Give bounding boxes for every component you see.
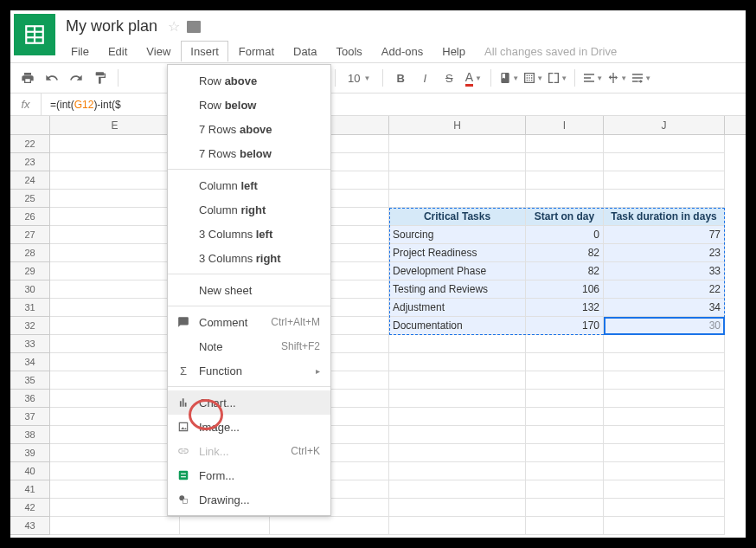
- cell[interactable]: 22: [604, 280, 725, 299]
- cell[interactable]: [50, 390, 180, 408]
- row-header[interactable]: 31: [10, 299, 50, 317]
- row-header[interactable]: 29: [10, 262, 50, 280]
- cell[interactable]: [604, 499, 725, 517]
- cell[interactable]: Sourcing: [389, 226, 526, 244]
- cell[interactable]: [50, 408, 180, 426]
- row-header[interactable]: 25: [10, 190, 50, 208]
- cell[interactable]: [389, 480, 526, 499]
- menu-cols-left[interactable]: 3 Columns left: [168, 222, 330, 246]
- row-header[interactable]: 40: [10, 462, 50, 480]
- cell[interactable]: [526, 480, 604, 499]
- cell[interactable]: [50, 426, 180, 444]
- menu-row-below[interactable]: Row below: [168, 93, 330, 117]
- cell[interactable]: [526, 517, 604, 535]
- row-header[interactable]: 35: [10, 371, 50, 390]
- cell[interactable]: [526, 135, 604, 153]
- cell[interactable]: 132: [526, 299, 604, 317]
- cell[interactable]: 106: [526, 280, 604, 299]
- cell[interactable]: Task duration in days: [604, 208, 725, 226]
- row-header[interactable]: 43: [10, 517, 50, 535]
- document-title[interactable]: My work plan: [62, 16, 161, 37]
- cell[interactable]: [50, 317, 180, 335]
- cell[interactable]: [526, 353, 604, 371]
- menu-addons[interactable]: Add-ons: [373, 42, 432, 61]
- cell[interactable]: 23: [604, 244, 725, 262]
- redo-icon[interactable]: [66, 68, 86, 88]
- cell[interactable]: 0: [526, 226, 604, 244]
- cell[interactable]: 34: [604, 299, 725, 317]
- menu-image[interactable]: Image...: [168, 415, 330, 439]
- cell[interactable]: [604, 426, 725, 444]
- cell[interactable]: [526, 499, 604, 517]
- row-header[interactable]: 22: [10, 135, 50, 153]
- col-header-J[interactable]: J: [604, 116, 725, 134]
- menu-new-sheet[interactable]: New sheet: [168, 278, 330, 302]
- cell[interactable]: [526, 390, 604, 408]
- col-header-I[interactable]: I: [526, 116, 604, 134]
- row-header[interactable]: 34: [10, 353, 50, 371]
- menu-function[interactable]: Σ Function▸: [168, 358, 330, 383]
- cell[interactable]: 170: [526, 317, 604, 335]
- cell[interactable]: [50, 353, 180, 371]
- cell[interactable]: Adjustment: [389, 299, 526, 317]
- strikethrough-button[interactable]: S: [439, 68, 459, 88]
- col-header-H[interactable]: H: [389, 116, 526, 134]
- cell[interactable]: [389, 335, 526, 353]
- cell[interactable]: [526, 444, 604, 462]
- cell[interactable]: [389, 444, 526, 462]
- undo-icon[interactable]: [42, 68, 62, 88]
- row-header[interactable]: 33: [10, 335, 50, 353]
- menu-form[interactable]: Form...: [168, 463, 330, 487]
- cell[interactable]: [389, 517, 526, 535]
- row-header[interactable]: 24: [10, 171, 50, 190]
- formula-input[interactable]: =(int(G12)-int($: [42, 93, 121, 115]
- cell[interactable]: Testing and Reviews: [389, 280, 526, 299]
- cell[interactable]: [604, 462, 725, 480]
- menu-help[interactable]: Help: [433, 42, 474, 61]
- row-header[interactable]: 38: [10, 426, 50, 444]
- cell[interactable]: Documentation: [389, 317, 526, 335]
- fill-color-button[interactable]: ▼: [498, 68, 519, 88]
- merge-button[interactable]: ▼: [547, 68, 567, 88]
- cell[interactable]: [50, 517, 180, 535]
- cell[interactable]: [389, 499, 526, 517]
- menu-cols-right[interactable]: 3 Columns right: [168, 246, 330, 270]
- menu-rows-above[interactable]: 7 Rows above: [168, 117, 330, 141]
- align-v-button[interactable]: ▼: [606, 68, 627, 88]
- menu-data[interactable]: Data: [285, 42, 325, 61]
- cell[interactable]: [604, 335, 725, 353]
- menu-comment[interactable]: CommentCtrl+Alt+M: [168, 310, 330, 334]
- text-color-button[interactable]: A▼: [463, 68, 484, 88]
- menu-view[interactable]: View: [138, 42, 179, 61]
- cell[interactable]: [180, 517, 270, 535]
- cell[interactable]: Project Readiness: [389, 244, 526, 262]
- row-header[interactable]: 30: [10, 280, 50, 299]
- menu-format[interactable]: Format: [230, 42, 283, 61]
- folder-icon[interactable]: [187, 21, 201, 33]
- row-header[interactable]: 28: [10, 244, 50, 262]
- menu-tools[interactable]: Tools: [327, 42, 370, 61]
- cell[interactable]: [50, 244, 180, 262]
- col-header-E[interactable]: E: [50, 116, 180, 134]
- menu-note[interactable]: NoteShift+F2: [168, 334, 330, 358]
- cell[interactable]: [50, 171, 180, 190]
- cell[interactable]: [50, 462, 180, 480]
- cell[interactable]: [50, 299, 180, 317]
- cell[interactable]: 33: [604, 262, 725, 280]
- cell[interactable]: [50, 135, 180, 153]
- cell[interactable]: [526, 335, 604, 353]
- cell[interactable]: Critical Tasks: [389, 208, 526, 226]
- wrap-button[interactable]: ▼: [631, 68, 651, 88]
- cell[interactable]: [604, 171, 725, 190]
- cell[interactable]: 82: [526, 244, 604, 262]
- cell[interactable]: [50, 262, 180, 280]
- cell[interactable]: 30: [604, 317, 725, 335]
- cell[interactable]: Development Phase: [389, 262, 526, 280]
- cell[interactable]: [604, 153, 725, 171]
- cell[interactable]: [50, 335, 180, 353]
- cell[interactable]: [604, 408, 725, 426]
- cell[interactable]: [389, 353, 526, 371]
- cell[interactable]: [604, 190, 725, 208]
- cell[interactable]: [270, 517, 389, 535]
- cell[interactable]: [604, 135, 725, 153]
